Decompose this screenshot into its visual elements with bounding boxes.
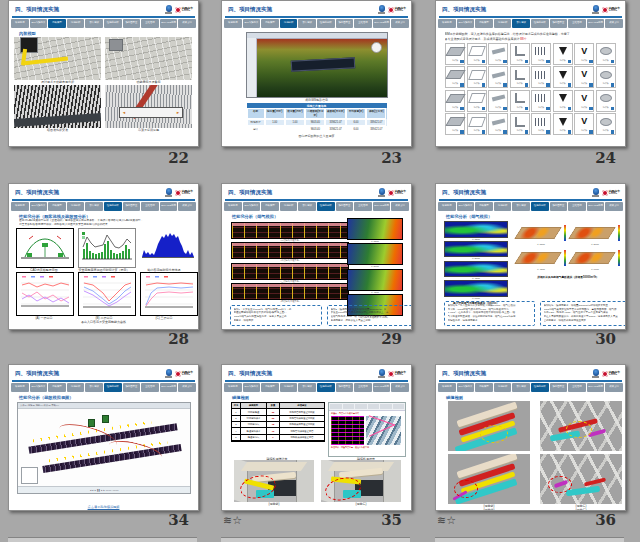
crrc-logo-icon: 中国中车CRRC (602, 7, 620, 13)
slide-thumbnail-29[interactable]: 四、项目情况实施 中国中车CRRC 项目概况BIM实施标准内装模型场地分析族库建… (221, 183, 412, 330)
next-row-slide-top[interactable] (435, 537, 624, 542)
family-part-card: 构件族 (488, 113, 508, 135)
slide-tab: 场地分析 (280, 19, 298, 28)
slide-thumbnail-30[interactable]: 四、项目情况实施 中国中车CRRC 项目概况BIM实施标准内装模型场地分析族库建… (435, 183, 626, 330)
family-file-icon (589, 83, 593, 87)
slide-tab-bar: 项目概况BIM实施标准内装模型场地分析族库建设性能化分析施工图审查三维管综BIM… (436, 18, 625, 29)
family-library-paragraph: BIM工作前期阶段，深入推进构件族库的搭建完善，结合设计需求完成构件标准化建模，… (445, 32, 617, 42)
slide-tab: BIM+GIS协同 (587, 383, 605, 392)
interior-render-grid: 设计需求及功能布局分析 功能房间及设备间 墙面装饰板安装 ◄► 吊顶及标识导视 (14, 37, 198, 132)
family-file-icon (546, 83, 550, 87)
slide-tab: 性能化分析 (531, 19, 549, 28)
family-file-icon (460, 83, 464, 87)
player-menubar: 文件(F) 编辑(E) 视图(V) 模拟(S) 帮助(H) (18, 403, 190, 409)
animation-star-icon[interactable]: ≋☆ (435, 515, 456, 526)
slide-tab: BIM+GIS协同 (160, 19, 178, 28)
slide-tab: 性能化分析 (104, 202, 122, 211)
family-part-card: 构件族 (553, 113, 573, 135)
slide-thumbnail-23[interactable]: 四、项目情况实施 中国中车CRRC 项目概况BIM实施标准内装模型场地分析族库建… (221, 0, 412, 147)
next-row-slide-top[interactable] (8, 537, 197, 542)
family-part-card: 构件族 (553, 66, 573, 88)
slide-thumbnail-28[interactable]: 四、项目情况实施 中国中车CRRC 项目概况BIM实施标准内装模型场地分析族库建… (8, 183, 199, 330)
slide-tab: 场地分析 (280, 202, 298, 211)
company-globe-logo-icon (165, 188, 172, 197)
clash-render-grid (448, 401, 625, 504)
slide-tab: 项目概况 (11, 202, 29, 211)
slide-thumbnail-24[interactable]: 四、项目情况实施 中国中车CRRC 项目概况BIM实施标准内装模型场地分析族库建… (435, 0, 626, 147)
color-scale-bar (564, 225, 567, 241)
family-file-icon (525, 83, 529, 87)
smoke-plan-strip (231, 222, 349, 239)
company-globe-logo-icon (592, 188, 599, 197)
chart-row-2 (16, 272, 198, 316)
family-part-card: 构件族 (531, 43, 551, 65)
cfd-strip (347, 218, 403, 240)
family-part-card: 构件族 (445, 113, 465, 135)
body-title: 性能化分析（疏散模拟视频） (19, 395, 198, 400)
slide-number: 29 (381, 330, 412, 348)
family-part-card: 构件族 (488, 66, 508, 88)
slide-thumbnail-34[interactable]: 四、项目情况实施 中国中车CRRC 项目概况BIM实施标准内装模型场地分析族库建… (8, 364, 199, 511)
slide-thumbnail-36[interactable]: 四、项目情况实施 中国中车CRRC 项目概况BIM实施标准内装模型场地分析族库建… (435, 364, 626, 511)
conclusion-box-1: 模拟1：火灾发生后600s内，烟气沉降至6m以下，疏散通道两侧排烟口开启并及时排… (230, 305, 322, 327)
interior-render-ceiling-sign: ◄► (105, 85, 192, 128)
iso-smoke-renders: (t=150s) (t=300s) (t=450s) (t=600s) 排烟及补… (516, 223, 620, 279)
slide-tab: 施工图审查 (336, 383, 354, 392)
animation-star-icon[interactable]: ≋☆ (221, 515, 242, 526)
slide-tab: 族库建设 (85, 19, 103, 28)
slide-tab: 项目概况 (224, 383, 242, 392)
color-scale-bar (618, 250, 621, 266)
family-file-icon (503, 60, 507, 64)
building-footprint (290, 57, 354, 71)
slide-tab: 性能化分析 (531, 383, 549, 392)
bar-line-chart (78, 228, 136, 268)
family-file-icon (460, 130, 464, 134)
slide-tab: BIM实施标准 (243, 202, 261, 211)
slide-tab: BIM实施标准 (30, 202, 48, 211)
family-file-icon (546, 107, 550, 111)
clash-report-panel: 碰撞点：风管与结构梁标高冲突 处理建议：调整风管标高，避让结构梁下翻 (328, 402, 406, 457)
slide-tab: 三维管综 (568, 383, 586, 392)
cad-smoke-plan-strips: (一层烟气蔓延平面) (二层烟气蔓延平面) (三层烟气蔓延平面) (四层烟气蔓延… (231, 222, 349, 303)
slide-tab: 施工图审查 (123, 202, 141, 211)
slide-number: 23 (381, 149, 412, 167)
family-part-card: 构件族 (467, 113, 487, 135)
slide-tab: 场地分析 (280, 383, 298, 392)
clash-model-view (366, 416, 401, 445)
family-part-card: 构件族 (445, 43, 465, 65)
slide-tab: 族库建设 (512, 202, 530, 211)
slide-tab: BIM实施标准 (243, 383, 261, 392)
exit-sign (102, 415, 109, 423)
slide-tab: 施工图审查 (550, 383, 568, 392)
slide-tab: 三维管综 (354, 202, 372, 211)
family-part-card: 构件族 (488, 90, 508, 112)
slide-tab: 成果交付 (391, 202, 409, 211)
next-row-slide-top[interactable] (221, 537, 410, 542)
slide-tab: 三维管综 (354, 19, 372, 28)
family-part-card: 构件族 (488, 43, 508, 65)
slide-tab: 场地分析 (494, 202, 512, 211)
conclusion-box-1: 模拟结论：高大空间内火灾达到最大规模5.0MW，烟气自然填充下降，600s时烟气… (444, 301, 535, 326)
cfd-strip (347, 243, 403, 265)
slide-thumbnail-22[interactable]: 四、项目情况实施 中国中车 CRRC 项目概况BIM实施标准内装模型场地分析族库… (8, 0, 199, 147)
slide-thumbnail-35[interactable]: 四、项目情况实施 中国中车CRRC 项目概况BIM实施标准内装模型场地分析族库建… (221, 364, 412, 511)
company-globe-logo-icon (378, 5, 385, 14)
iso-render (570, 248, 620, 268)
slide-tab: 性能化分析 (317, 19, 335, 28)
crrc-logo-icon: 中国中车CRRC (602, 371, 620, 377)
family-part-card: 构件族 (510, 90, 530, 112)
family-file-icon (611, 83, 615, 87)
smoke-plan-strip (231, 283, 349, 300)
slide-number: 24 (595, 149, 626, 167)
exit-sign (88, 419, 95, 427)
report-red-text: 处理建议：调整风管标高，避让结构梁下翻 (331, 446, 403, 449)
family-part-card: 构件族 (510, 43, 530, 65)
table-row: 场地平整1.001.009603.40339421.076.00339421.0… (247, 119, 387, 126)
slide-tab-bar: 项目概况BIM实施标准内装模型场地分析族库建设性能化分析施工图审查三维管综BIM… (222, 18, 411, 29)
family-file-icon (460, 60, 464, 64)
slide-tab: 性能化分析 (317, 383, 335, 392)
company-globe-logo-icon (165, 369, 172, 378)
slide-tab-bar: 项目概况BIM实施标准内装模型场地分析族库建设性能化分析施工图审查三维管综BIM… (436, 382, 625, 393)
slide-tab: 成果交付 (605, 202, 623, 211)
cad-diagram-chart (16, 228, 74, 268)
